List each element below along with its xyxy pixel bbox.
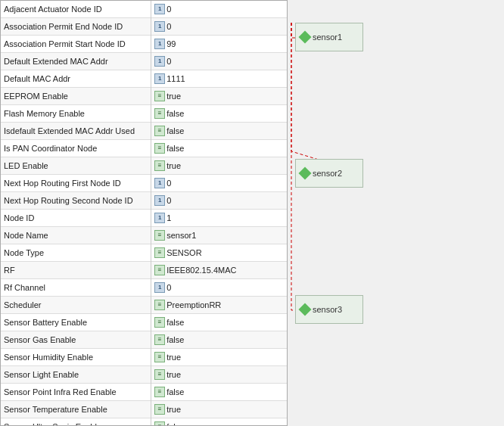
property-value: 10 [151,175,287,192]
node-diamond-icon [299,31,312,44]
property-value: ≡true [151,349,287,366]
str-type-icon: ≡ [154,108,165,119]
properties-panel: Adjacent Actuator Node ID10Association P… [0,0,288,426]
property-label: Default Extended MAC Addr [1,53,151,70]
property-label: Sensor Light Enable [1,366,151,384]
int-type-icon: 1 [154,56,165,67]
property-label: Default MAC Addr [1,70,151,88]
int-type-icon: 1 [154,21,165,32]
value-text: false [166,107,184,120]
str-type-icon: ≡ [154,369,165,380]
int-type-icon: 1 [154,195,165,206]
property-value: 10 [151,279,287,297]
str-type-icon: ≡ [154,247,165,258]
str-type-icon: ≡ [154,404,165,415]
property-value: ≡false [151,314,287,331]
table-row: Adjacent Actuator Node ID10 [1,1,287,18]
node-box-sensor2[interactable]: sensor2 [295,159,363,188]
value-text: false [166,333,184,347]
str-type-icon: ≡ [154,421,165,426]
value-text: SENSOR [166,246,201,260]
table-row: RF≡IEEE802.15.4MAC [1,262,287,279]
str-type-icon: ≡ [154,265,165,275]
str-type-icon: ≡ [154,334,165,345]
property-label: Node Name [1,227,151,244]
property-label: Association Permit Start Node ID [1,36,151,53]
property-label: Isdefault Extended MAC Addr Used [1,123,151,140]
nodes-panel: sensor1sensor2sensor3 [288,0,504,426]
property-label: LED Enable [1,157,151,175]
property-value: 199 [151,36,287,53]
table-row: Next Hop Routing First Node ID10 [1,175,287,192]
property-value: ≡IEEE802.15.4MAC [151,262,287,279]
value-text: 0 [166,20,171,33]
table-row: Association Permit End Node ID10 [1,18,287,36]
value-text: true [166,368,181,381]
property-value: ≡false [151,140,287,157]
table-row: Default Extended MAC Addr10 [1,53,287,70]
property-label: RF [1,262,151,279]
str-type-icon: ≡ [154,126,165,136]
str-type-icon: ≡ [154,160,165,171]
value-text: PreemptionRR [166,298,221,312]
int-type-icon: 1 [154,213,165,223]
table-row: Is PAN Coordinator Node≡false [1,140,287,157]
table-row: Flash Memory Enable≡false [1,105,287,123]
property-value: ≡false [151,418,287,427]
value-text: true [166,403,181,416]
node-label: sensor2 [313,169,342,178]
str-type-icon: ≡ [154,91,165,101]
value-text: 1 [166,211,171,225]
property-label: Rf Channel [1,279,151,297]
table-row: Scheduler≡PreemptionRR [1,297,287,314]
table-row: Sensor Temperature Enable≡true [1,401,287,418]
property-value: 10 [151,192,287,210]
node-label: sensor3 [313,305,342,314]
value-text: 99 [166,37,176,51]
property-value: 11 [151,210,287,227]
table-row: Sensor Gas Enable≡false [1,331,287,349]
node-box-sensor1[interactable]: sensor1 [295,23,363,51]
value-text: true [166,89,181,103]
table-row: Sensor Ultra Sonic Enable≡false [1,418,287,427]
table-row: Node Type≡SENSOR [1,244,287,262]
property-value: ≡SENSOR [151,244,287,262]
node-diamond-icon [299,303,312,316]
property-label: Sensor Gas Enable [1,331,151,349]
property-value: ≡PreemptionRR [151,297,287,314]
node-box-sensor3[interactable]: sensor3 [295,295,363,324]
table-row: EEPROM Enable≡true [1,88,287,105]
str-type-icon: ≡ [154,387,165,397]
property-value: ≡false [151,384,287,401]
property-label: Sensor Point Infra Red Enable [1,384,151,401]
table-row: Default MAC Addr11111 [1,70,287,88]
str-type-icon: ≡ [154,300,165,310]
table-row: LED Enable≡true [1,157,287,175]
property-label: Next Hop Routing Second Node ID [1,192,151,210]
property-label: EEPROM Enable [1,88,151,105]
int-type-icon: 1 [154,282,165,293]
property-label: Sensor Humidity Enable [1,349,151,366]
property-label: Flash Memory Enable [1,105,151,123]
int-type-icon: 1 [154,73,165,84]
property-value: ≡false [151,331,287,349]
property-label: Sensor Ultra Sonic Enable [1,418,151,427]
str-type-icon: ≡ [154,352,165,362]
property-label: Sensor Battery Enable [1,314,151,331]
str-type-icon: ≡ [154,143,165,154]
value-text: 0 [166,54,171,68]
int-type-icon: 1 [154,178,165,188]
properties-table: Adjacent Actuator Node ID10Association P… [1,1,287,426]
value-text: false [166,124,184,138]
value-text: false [166,316,184,329]
value-text: 0 [166,281,171,294]
int-type-icon: 1 [154,39,165,49]
int-type-icon: 1 [154,4,165,14]
property-label: Sensor Temperature Enable [1,401,151,418]
value-text: false [166,141,184,155]
value-text: true [166,350,181,364]
table-row: Sensor Battery Enable≡false [1,314,287,331]
property-value: ≡false [151,123,287,140]
value-text: 0 [166,176,171,190]
table-row: Rf Channel10 [1,279,287,297]
